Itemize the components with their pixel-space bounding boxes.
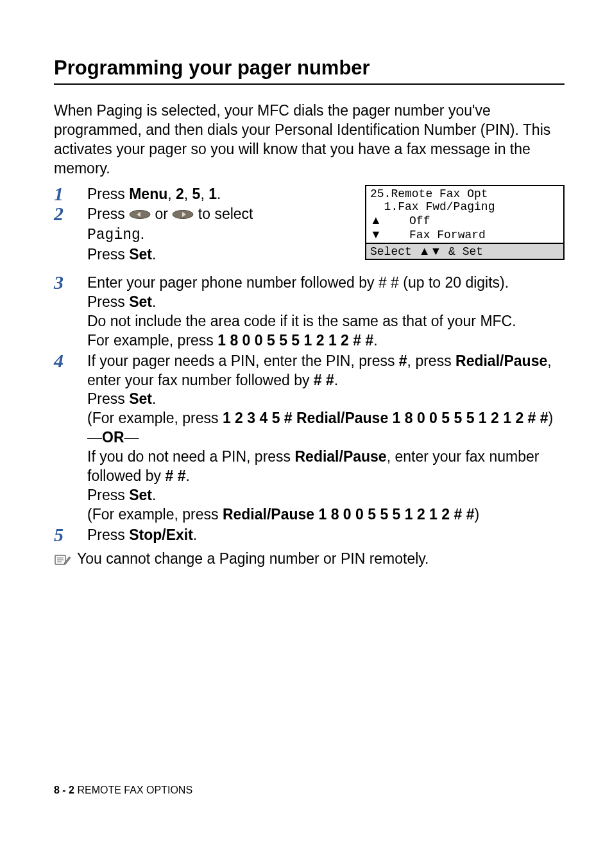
step-4-ex1b: 1 2 3 4 5 # Redial/Pause 1 8 0 0 5 5 5 1… <box>223 410 548 426</box>
step-1-dot: . <box>217 186 221 202</box>
step-3-dot1: . <box>152 293 156 310</box>
step-2-dot1: . <box>140 225 144 242</box>
step-3-line3: Do not include the area code if it is th… <box>87 312 565 331</box>
menu-key: Menu <box>129 186 167 202</box>
or-dash-1: — <box>87 429 102 446</box>
up-down-arrow-icon: ▲▼ <box>419 245 442 257</box>
step-2-press-label: Press <box>87 205 129 222</box>
redial-pause-key-2: Redial/Pause <box>294 448 386 465</box>
step-3-example-label: For example, press <box>87 332 217 349</box>
note-text: You cannot change a Paging number or PIN… <box>77 550 429 568</box>
title-rule <box>54 83 565 85</box>
page-footer: 8 - 2 REMOTE FAX OPTIONS <box>54 785 192 796</box>
lcd-footer: Select ▲▼ & Set <box>366 243 563 259</box>
step-4-l2c: . <box>185 467 189 484</box>
set-key-4: Set <box>129 487 152 503</box>
step-4-ex1a: (For example, press <box>87 410 223 426</box>
step-1-press-label: Press <box>87 186 129 202</box>
paging-option: Paging <box>87 227 140 243</box>
key-5: 5 <box>192 186 201 202</box>
step-4-number: 4 <box>54 348 64 373</box>
footer-section: REMOTE FAX OPTIONS <box>77 785 192 795</box>
hash-hash-2: # # <box>165 467 185 484</box>
nav-left-icon <box>129 205 151 225</box>
key-1: 1 <box>208 186 217 202</box>
hash-key: # <box>399 352 407 369</box>
step-4-dot1: . <box>152 390 156 407</box>
step-2-or: or <box>155 205 173 222</box>
hash-hash-1: # # <box>314 372 334 388</box>
footer-page-number: 8 - 2 <box>54 785 74 795</box>
step-4-l2a: If you do not need a PIN, press <box>87 448 294 465</box>
set-key-1: Set <box>129 246 152 263</box>
step-4: 4 If your pager needs a PIN, enter the P… <box>54 352 565 525</box>
lcd-line-2: 1.Fax Fwd/Paging <box>370 200 559 214</box>
down-arrow-icon: ▼ <box>370 228 382 241</box>
step-4-press2: Press <box>87 487 129 503</box>
step-3: 3 Enter your pager phone number followed… <box>54 273 565 351</box>
step-5-number: 5 <box>54 522 64 547</box>
step-3-dot2: . <box>373 332 377 349</box>
note: You cannot change a Paging number or PIN… <box>54 550 565 568</box>
step-3-example-digits: 1 8 0 0 5 5 5 1 2 1 2 # # <box>217 332 373 349</box>
step-4-l1a: If your pager needs a PIN, enter the PIN… <box>87 352 399 369</box>
step-2-dot2: . <box>152 246 156 263</box>
step-5-press: Press <box>87 526 129 543</box>
step-5-dot: . <box>193 526 197 543</box>
lcd-footer-post: & Set <box>441 245 483 258</box>
step-4-ex2b: Redial/Pause 1 8 0 0 5 5 5 1 2 1 2 # # <box>223 506 475 523</box>
key-2: 2 <box>176 186 184 202</box>
lcd-line-1: 25.Remote Fax Opt <box>370 187 559 201</box>
redial-pause-key-1: Redial/Pause <box>455 352 547 369</box>
step-4-ex2c: ) <box>474 506 479 523</box>
step-4-press1: Press <box>87 390 129 407</box>
step-3-press: Press <box>87 293 129 310</box>
step-3-line1: Enter your pager phone number followed b… <box>87 274 509 291</box>
step-5: 5 Press Stop/Exit. <box>54 526 565 545</box>
stop-exit-key: Stop/Exit <box>129 526 193 543</box>
intro-paragraph: When Paging is selected, your MFC dials … <box>54 101 565 178</box>
step-2-to-select: to select <box>198 205 253 222</box>
comma-2: , <box>184 186 192 202</box>
lcd-line-4-text: Fax Forward <box>382 229 486 241</box>
step-2-press2: Press <box>87 246 129 263</box>
set-key-2: Set <box>129 293 152 310</box>
comma-3: , <box>200 186 208 202</box>
lcd-footer-pre: Select <box>370 245 419 258</box>
step-1: 1 Press Menu, 2, 5, 1. <box>54 185 323 204</box>
nav-right-icon <box>172 205 194 225</box>
page-title: Programming your pager number <box>54 56 565 80</box>
note-icon <box>54 553 72 567</box>
step-3-number: 3 <box>54 270 64 295</box>
set-key-3: Set <box>129 390 152 407</box>
step-4-ex1c: ) <box>548 410 554 426</box>
lcd-display: 25.Remote Fax Opt 1.Fax Fwd/Paging ▲ Off… <box>365 185 565 261</box>
step-4-dot2: . <box>152 487 156 503</box>
step-4-l1b: , press <box>407 352 455 369</box>
step-4-ex2a: (For example, press <box>87 506 223 523</box>
lcd-line-3-text: Off <box>382 214 430 227</box>
or-label: OR <box>102 429 124 446</box>
up-arrow-icon: ▲ <box>370 214 382 227</box>
or-dash-2: — <box>124 429 139 446</box>
step-2: 2 Press or to select Paging. Press Set. <box>54 205 323 265</box>
lcd-line-3: ▲ Off <box>370 214 559 228</box>
lcd-line-4: ▼ Fax Forward <box>370 228 559 242</box>
comma-1: , <box>167 186 176 202</box>
step-2-number: 2 <box>54 201 64 226</box>
step-4-l1d: . <box>334 372 338 388</box>
